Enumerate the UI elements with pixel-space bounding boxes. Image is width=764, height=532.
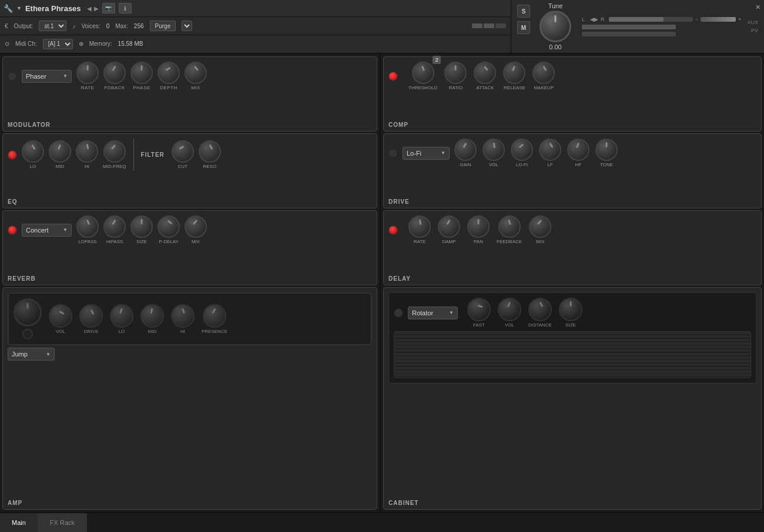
cabinet-speaker-grille bbox=[394, 331, 751, 378]
amp-presence-knob[interactable] bbox=[203, 304, 226, 328]
drive-gain-knob[interactable] bbox=[454, 139, 477, 161]
cabinet-size-label: SIZE bbox=[565, 322, 576, 328]
eq-hi-label: HI bbox=[85, 164, 89, 169]
modulator-fdback-label: FDBACK bbox=[104, 85, 125, 90]
modulator-fdback-knob[interactable] bbox=[103, 62, 126, 84]
reverb-hipass-knob[interactable] bbox=[103, 216, 126, 238]
reverb-hipass-label: HIPASS bbox=[106, 239, 123, 244]
comp-threshold-knob[interactable] bbox=[412, 62, 434, 84]
comp-release-knob[interactable] bbox=[503, 62, 525, 84]
modulator-phase-knob[interactable] bbox=[130, 62, 153, 84]
comp-led[interactable] bbox=[388, 72, 398, 81]
drive-vol-knob[interactable] bbox=[482, 139, 505, 161]
modulator-type-dropdown[interactable]: Phaser ▼ bbox=[22, 70, 72, 83]
vol-slider-bar1[interactable] bbox=[609, 17, 693, 22]
drive-tone-knob[interactable] bbox=[595, 139, 618, 161]
drive-label: DRIVE bbox=[388, 198, 410, 205]
amp-drive-label: DRIVE bbox=[84, 329, 98, 334]
eq-mid-label: MID bbox=[56, 164, 65, 169]
cabinet-distance-knob[interactable] bbox=[528, 298, 552, 321]
amp-mid-knob[interactable] bbox=[140, 304, 164, 328]
cabinet-size-knob[interactable] bbox=[559, 298, 582, 321]
modulator-phase-label: PHASE bbox=[133, 85, 150, 90]
comp-threshold-label: THRESHOLD bbox=[408, 85, 437, 90]
drive-type-dropdown[interactable]: Lo-Fi ▼ bbox=[403, 147, 450, 160]
amp-big-knob[interactable] bbox=[14, 298, 42, 326]
reverb-lopass-knob[interactable] bbox=[76, 216, 99, 238]
meter-bar-3 bbox=[495, 23, 506, 28]
camera-button[interactable]: 📷 bbox=[102, 3, 115, 14]
eq-midfreq-knob[interactable] bbox=[103, 140, 126, 163]
s-button[interactable]: S bbox=[517, 5, 530, 18]
filter-cut-label: CUT bbox=[178, 164, 187, 169]
eq-lo-label: LO bbox=[30, 164, 36, 169]
delay-rate-knob[interactable] bbox=[408, 216, 431, 238]
modulator-rate-knob[interactable] bbox=[76, 62, 99, 84]
comp-ratio-knob[interactable] bbox=[444, 62, 467, 84]
eq-mid-knob[interactable] bbox=[49, 140, 71, 163]
cabinet-type-dropdown[interactable]: Rotator ▼ bbox=[408, 307, 458, 319]
tune-knob[interactable] bbox=[540, 11, 571, 42]
reverb-lopass-label: LOPASS bbox=[78, 239, 96, 244]
amp-type-dropdown[interactable]: Jump ▼ bbox=[8, 348, 55, 361]
amp-small-knob[interactable] bbox=[22, 329, 33, 339]
top-vol-bar2[interactable] bbox=[582, 32, 676, 36]
reverb-led[interactable] bbox=[8, 225, 17, 235]
drive-hf-knob[interactable] bbox=[567, 139, 589, 161]
drive-lofi-label: LO-FI bbox=[516, 162, 528, 167]
reverb-pdelay-knob[interactable] bbox=[158, 216, 180, 238]
m-button[interactable]: M bbox=[517, 21, 530, 34]
comp-label: COMP bbox=[388, 122, 408, 128]
modulator-mix-knob[interactable] bbox=[185, 62, 207, 84]
eq-lo-knob[interactable] bbox=[22, 140, 44, 163]
instrument-title: Ethera Phrases bbox=[25, 4, 81, 13]
next-arrow[interactable]: ▶ bbox=[94, 5, 99, 12]
modulator-led[interactable] bbox=[8, 72, 17, 81]
reverb-size-knob[interactable] bbox=[130, 216, 153, 238]
reverb-type-dropdown[interactable]: Concert ▼ bbox=[22, 224, 72, 237]
filter-reso-knob[interactable] bbox=[199, 140, 221, 163]
eq-led[interactable] bbox=[8, 150, 17, 160]
top-vol-bar1[interactable] bbox=[582, 25, 676, 29]
delay-feedback-knob[interactable] bbox=[498, 216, 521, 238]
aux-label: AUX bbox=[747, 19, 758, 25]
cabinet-led[interactable] bbox=[394, 308, 403, 318]
modulator-depth-knob[interactable] bbox=[158, 62, 180, 84]
amp-vol-knob[interactable] bbox=[49, 304, 72, 328]
comp-attack-knob[interactable] bbox=[474, 62, 496, 84]
amp-vol-label: VOL bbox=[56, 329, 65, 334]
midi-select[interactable]: [A] 1 bbox=[43, 39, 73, 49]
purge-button[interactable]: Purge bbox=[150, 21, 176, 31]
delay-mix-knob[interactable] bbox=[529, 216, 551, 238]
output-select[interactable]: st.1 bbox=[39, 21, 66, 31]
cabinet-vol-knob[interactable] bbox=[498, 298, 521, 321]
title-dropdown-arrow[interactable]: ▼ bbox=[16, 5, 22, 11]
delay-section: RATE DAMP PAN FEEDBACK bbox=[383, 210, 762, 285]
purge-arrow-select[interactable] bbox=[182, 21, 192, 31]
filter-cut-knob[interactable] bbox=[172, 140, 194, 163]
max-label: Max: bbox=[115, 23, 128, 29]
prev-arrow[interactable]: ◀ bbox=[87, 5, 92, 12]
tab-main[interactable]: Main bbox=[0, 513, 38, 532]
eq-hi-knob[interactable] bbox=[76, 140, 98, 163]
delay-damp-knob[interactable] bbox=[438, 216, 460, 238]
drive-led[interactable] bbox=[388, 149, 398, 158]
memory-val: 15.58 MB bbox=[118, 41, 143, 47]
reverb-mix-knob[interactable] bbox=[185, 216, 207, 238]
drive-lf-knob[interactable] bbox=[539, 139, 561, 161]
comp-makeup-knob[interactable] bbox=[532, 62, 555, 84]
global-close[interactable]: ✕ bbox=[755, 4, 760, 11]
info-button[interactable]: ℹ bbox=[119, 3, 132, 14]
voices-icon: ♪ bbox=[72, 23, 75, 29]
cabinet-fast-knob[interactable] bbox=[467, 298, 491, 321]
delay-pan-knob[interactable] bbox=[467, 216, 490, 238]
amp-hi-knob[interactable] bbox=[171, 304, 195, 328]
tab-fxrack[interactable]: FX Rack bbox=[38, 513, 87, 532]
drive-lofi-knob[interactable] bbox=[511, 139, 533, 161]
meter-bar-1 bbox=[472, 23, 482, 28]
amp-lo-knob[interactable] bbox=[110, 304, 133, 328]
lr-arrows: ◀▶ bbox=[590, 16, 598, 22]
tune-val: 0.00 bbox=[549, 43, 561, 50]
amp-drive-knob[interactable] bbox=[79, 304, 103, 328]
delay-led[interactable] bbox=[388, 225, 398, 235]
